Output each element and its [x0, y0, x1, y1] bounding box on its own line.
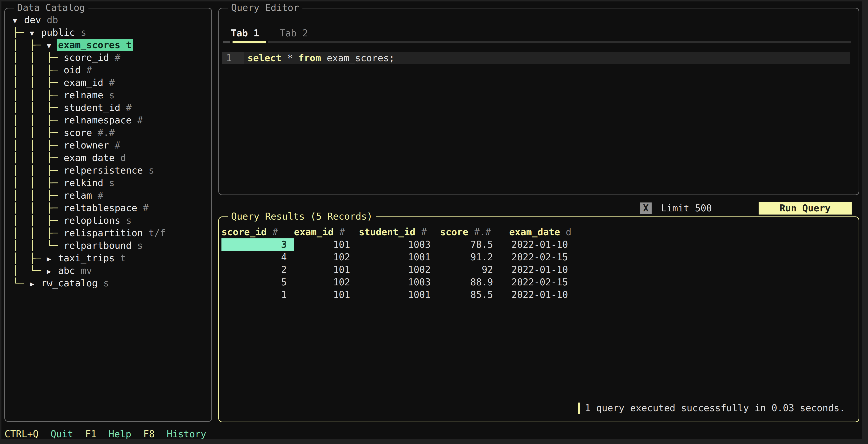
run-query-button[interactable]: Run Query: [758, 202, 851, 214]
results-header-score_id[interactable]: score_id #: [221, 226, 294, 238]
results-cell[interactable]: 91.2: [440, 251, 509, 263]
tree-item-label: relname: [64, 90, 103, 100]
keybar-item-quit[interactable]: CTRL+QQuit: [5, 428, 73, 440]
tree-item-label: score_id: [64, 52, 109, 63]
results-cell[interactable]: 4: [221, 251, 294, 263]
scrollbar-thumb[interactable]: [232, 41, 266, 43]
results-header-student_id[interactable]: student_id #: [359, 226, 440, 238]
results-header-exam_id[interactable]: exam_id #: [294, 226, 359, 238]
tree-item-score_id[interactable]: │ │ ├─ score_id #: [13, 51, 211, 64]
tree-item-label: taxi_trips: [58, 253, 115, 263]
selected-cell[interactable]: 3: [221, 238, 294, 251]
results-cell[interactable]: 5: [221, 276, 294, 289]
keybar-item-help[interactable]: F1Help: [85, 428, 131, 440]
tree-item-label-group: exam_scores t: [57, 39, 133, 51]
tree-item-rw_catalog[interactable]: └─ ▶rw_catalog s: [13, 277, 211, 290]
results-cell[interactable]: 101: [294, 238, 359, 251]
tree-item-relname[interactable]: │ │ ├─ relname s: [13, 89, 211, 101]
tab-tab-2[interactable]: Tab 2: [280, 27, 308, 39]
tree-item-label-group: relname s: [62, 89, 116, 101]
results-cell[interactable]: 2022-01-10: [509, 238, 572, 251]
results-cell[interactable]: 88.9: [440, 276, 509, 289]
results-header-score[interactable]: score #.#: [440, 226, 509, 238]
tree-item-type: #: [137, 203, 149, 213]
tree-expanded-icon[interactable]: ▼: [47, 39, 58, 52]
tree-item-label-group: relam #: [62, 189, 104, 202]
tree-item-relam[interactable]: │ │ ├─ relam #: [13, 189, 211, 202]
results-cell[interactable]: 92: [440, 263, 509, 276]
tree-item-reloptions[interactable]: │ │ ├─ reloptions s: [13, 214, 211, 227]
tab-tab-1[interactable]: Tab 1: [231, 27, 259, 39]
results-cell[interactable]: 101: [294, 289, 359, 301]
tree-item-label-group: exam_id #: [62, 77, 116, 89]
results-cell[interactable]: 2022-01-10: [509, 263, 572, 276]
tree-item-label: oid: [64, 65, 81, 76]
tree-item-exam_date[interactable]: │ │ ├─ exam_date d: [13, 152, 211, 164]
tree-collapsed-icon[interactable]: ▶: [47, 265, 58, 278]
editor-tab-scrollbar[interactable]: [223, 41, 851, 43]
results-cell[interactable]: 1: [221, 289, 294, 301]
tree-item-reltablespace[interactable]: │ │ ├─ reltablespace #: [13, 202, 211, 214]
results-row[interactable]: 1101100185.52022-01-10: [221, 289, 572, 301]
results-cell[interactable]: 1001: [359, 251, 440, 263]
tree-collapsed-icon[interactable]: ▶: [30, 278, 41, 290]
tree-item-relispartition[interactable]: │ │ ├─ relispartition t/f: [13, 227, 211, 239]
tree-collapsed-icon[interactable]: ▶: [47, 253, 58, 265]
tree-item-relowner[interactable]: │ │ ├─ relowner #: [13, 139, 211, 152]
checkbox-checked-icon[interactable]: X: [640, 203, 652, 214]
results-cell[interactable]: 1003: [359, 238, 440, 251]
tree-item-student_id[interactable]: │ │ ├─ student_id #: [13, 101, 211, 114]
tree-branch-lines: │ ├─: [13, 253, 47, 263]
limit-checkbox[interactable]: X Limit 500: [640, 202, 712, 214]
results-cell[interactable]: 1003: [359, 276, 440, 289]
results-cell[interactable]: 1002: [359, 263, 440, 276]
results-header-exam_date[interactable]: exam_date d: [509, 226, 572, 238]
column-type: #.#: [468, 227, 491, 237]
limit-label: Limit 500: [661, 202, 712, 214]
tree-item-taxi_trips[interactable]: │ ├─ ▶taxi_trips t: [13, 252, 211, 264]
results-row[interactable]: 4102100191.22022-02-15: [221, 251, 572, 263]
editor-current-line[interactable]: 1 select * from exam_scores;: [222, 52, 850, 64]
tree-item-relnamespace[interactable]: │ │ ├─ relnamespace #: [13, 114, 211, 126]
tree-item-type: mv: [75, 265, 92, 276]
tree-branch-lines: │ │ ├─: [13, 165, 64, 176]
tree-item-relpartbound[interactable]: │ │ └─ relpartbound s: [13, 239, 211, 252]
tree-item-type: #: [109, 140, 120, 151]
tree-item-exam_id[interactable]: │ │ ├─ exam_id #: [13, 77, 211, 89]
results-cell[interactable]: 102: [294, 251, 359, 263]
tree-item-abc[interactable]: │ └─ ▶abc mv: [13, 264, 211, 277]
results-cell[interactable]: 102: [294, 276, 359, 289]
results-cell[interactable]: 1001: [359, 289, 440, 301]
results-cell[interactable]: 2: [221, 263, 294, 276]
keybar-item-history[interactable]: F8History: [144, 428, 206, 440]
tree-item-dev[interactable]: ▼dev db: [13, 14, 211, 26]
tree-item-oid[interactable]: │ │ ├─ oid #: [13, 64, 211, 77]
column-name: score: [440, 227, 468, 237]
tree-item-public[interactable]: ├─ ▼public s: [13, 26, 211, 39]
results-cell[interactable]: 2022-02-15: [509, 251, 572, 263]
tree-expanded-icon[interactable]: ▼: [30, 27, 41, 39]
tree-item-score[interactable]: │ │ ├─ score #.#: [13, 126, 211, 139]
tree-item-exam_scores[interactable]: │ ├─ ▼exam_scores t: [13, 39, 211, 51]
results-cell[interactable]: 2022-02-15: [509, 276, 572, 289]
tree-item-relkind[interactable]: │ │ ├─ relkind s: [13, 177, 211, 189]
results-header-row: score_id #exam_id #student_id #score #.#…: [221, 226, 572, 238]
tree-expanded-icon[interactable]: ▼: [13, 14, 24, 27]
column-name: exam_id: [294, 227, 334, 237]
tree-branch-lines: │ │ ├─: [13, 115, 64, 126]
terminal-frame-right: [862, 0, 868, 444]
results-cell[interactable]: 78.5: [440, 238, 509, 251]
sql-code-content[interactable]: select * from exam_scores;: [244, 52, 850, 64]
results-cell[interactable]: 2022-01-10: [509, 289, 572, 301]
query-editor-panel[interactable]: Query Editor Tab 1Tab 2 1 select * from …: [218, 8, 859, 195]
tree-item-relpersistence[interactable]: │ │ ├─ relpersistence s: [13, 164, 211, 177]
results-row[interactable]: 3101100378.52022-01-10: [221, 238, 572, 251]
tree-branch-lines: │ │ ├─: [13, 177, 64, 188]
results-cell[interactable]: 101: [294, 263, 359, 276]
results-table: score_id #exam_id #student_id #score #.#…: [221, 226, 572, 301]
tree-item-label-group: reltablespace #: [62, 202, 150, 214]
results-row[interactable]: 5102100388.92022-02-15: [221, 276, 572, 289]
keybar-key: CTRL+Q: [5, 428, 38, 440]
results-cell[interactable]: 85.5: [440, 289, 509, 301]
results-row[interactable]: 21011002922022-01-10: [221, 263, 572, 276]
